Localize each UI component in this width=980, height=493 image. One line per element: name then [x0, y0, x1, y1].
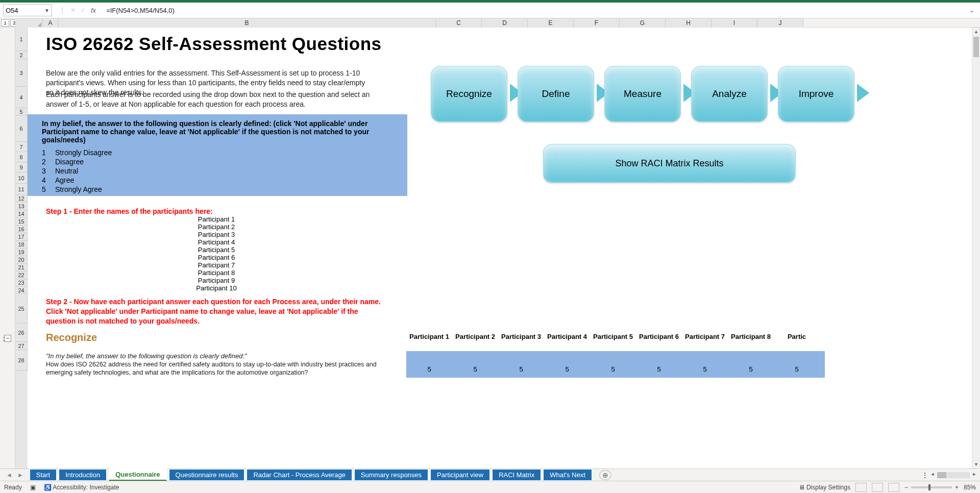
sheet-tab-start[interactable]: Start: [30, 469, 57, 481]
process-define-button[interactable]: Define: [518, 66, 594, 122]
participant-name[interactable]: Participant 10: [28, 284, 405, 292]
row-header-8[interactable]: 8: [15, 152, 28, 162]
macro-record-icon[interactable]: ▣: [30, 484, 36, 491]
vertical-scrollbar[interactable]: ▲ ▼: [972, 28, 980, 469]
row-header-22[interactable]: 22: [15, 272, 28, 279]
row-header-21[interactable]: 21: [15, 264, 28, 272]
row-header-25[interactable]: 25: [15, 294, 28, 324]
row-header-13[interactable]: 13: [15, 202, 28, 210]
sheet-tab-participant-view[interactable]: Participant view: [430, 469, 490, 481]
row-header-15[interactable]: 15: [15, 218, 28, 226]
col-header-i[interactable]: I: [712, 18, 757, 28]
zoom-slider[interactable]: − +: [904, 484, 959, 491]
row-header-19[interactable]: 19: [15, 249, 28, 256]
zoom-in-icon[interactable]: +: [955, 484, 959, 491]
sheet-tab-raci-matrix[interactable]: RACI Matrix: [492, 469, 541, 481]
sheet-tab-what-s-next[interactable]: What's Next: [543, 469, 592, 481]
row-header-20[interactable]: 20: [15, 256, 28, 264]
sheet-tab-questionnaire[interactable]: Questionnaire: [109, 469, 166, 481]
row-header-27[interactable]: 27: [15, 342, 28, 350]
answer-cell[interactable]: 5: [406, 365, 452, 373]
row-header-10[interactable]: 10: [15, 172, 28, 184]
participant-name[interactable]: Participant 5: [28, 246, 405, 254]
sheet-tab-radar-chart-process-average[interactable]: Radar Chart - Process Average: [247, 469, 352, 481]
display-settings-button[interactable]: 🖥 Display Settings: [799, 484, 850, 491]
horizontal-scrollbar[interactable]: ⋮ ◄ ►: [922, 471, 978, 479]
page-layout-button[interactable]: [872, 483, 883, 492]
normal-view-button[interactable]: [855, 483, 867, 492]
row-header-26[interactable]: 26: [15, 324, 28, 342]
page-break-button[interactable]: [888, 483, 899, 492]
formula-input[interactable]: =IF(N54>0,M54/N54,0): [103, 4, 964, 16]
accessibility-status[interactable]: ♿ Accessibility: Investigate: [44, 484, 119, 491]
row-header-11[interactable]: 11: [15, 184, 28, 195]
process-measure-button[interactable]: Measure: [604, 66, 681, 122]
tab-nav-arrows[interactable]: ◄►: [0, 472, 30, 479]
answer-cell[interactable]: 5: [544, 365, 590, 373]
participant-name[interactable]: Participant 4: [28, 238, 405, 246]
row-header-23[interactable]: 23: [15, 279, 28, 287]
participant-name[interactable]: Participant 1: [28, 215, 405, 223]
participant-name[interactable]: Participant 9: [28, 277, 405, 284]
col-header-b[interactable]: B: [58, 18, 436, 28]
chevron-down-icon[interactable]: ▼: [44, 8, 50, 13]
scroll-right-icon[interactable]: ►: [971, 472, 978, 479]
formula-expand-icon[interactable]: ⌄: [967, 7, 977, 14]
process-improve-button[interactable]: Improve: [778, 66, 854, 122]
row-header-4[interactable]: 4: [15, 87, 28, 108]
zoom-value[interactable]: 85%: [964, 484, 976, 491]
row-header-12[interactable]: 12: [15, 195, 28, 202]
zoom-thumb[interactable]: [928, 484, 930, 490]
row-header-24[interactable]: 24: [15, 287, 28, 294]
col-header-h[interactable]: H: [666, 18, 712, 28]
show-raci-button[interactable]: Show RACI Matrix Results: [543, 144, 796, 183]
answer-cell[interactable]: 5: [498, 365, 544, 373]
hscroll-dots-icon[interactable]: ⋮: [922, 472, 928, 479]
col-header-d[interactable]: D: [482, 18, 528, 28]
row-header-1[interactable]: 1: [15, 28, 28, 51]
participant-name[interactable]: Participant 6: [28, 254, 405, 261]
scroll-thumb[interactable]: [973, 37, 979, 57]
sheet-tab-questionnaire-results[interactable]: Questionnaire results: [169, 469, 245, 481]
name-box[interactable]: O54 ▼: [3, 4, 52, 16]
row-header-18[interactable]: 18: [15, 241, 28, 249]
row-header-7[interactable]: 7: [15, 142, 28, 152]
sheet-tab-introduction[interactable]: Introduction: [59, 469, 107, 481]
row-header-3[interactable]: 3: [15, 59, 28, 87]
zoom-out-icon[interactable]: −: [904, 484, 908, 491]
outline-level-1[interactable]: 1: [1, 19, 9, 27]
outline-collapse-icon[interactable]: −: [4, 335, 11, 342]
process-analyze-button[interactable]: Analyze: [691, 66, 768, 122]
participant-name[interactable]: Participant 3: [28, 231, 405, 238]
grid-body[interactable]: ISO 26262 Self-Assessment Questions Belo…: [28, 28, 980, 469]
answer-cell[interactable]: 5: [682, 365, 728, 373]
scroll-up-icon[interactable]: ▲: [972, 28, 980, 36]
row-header-17[interactable]: 17: [15, 233, 28, 241]
col-header-a[interactable]: A: [43, 18, 58, 28]
answer-cell[interactable]: 5: [636, 365, 682, 373]
col-header-j[interactable]: J: [757, 18, 803, 28]
answer-cell[interactable]: 5: [590, 365, 636, 373]
answer-cell[interactable]: 5: [452, 365, 498, 373]
row-header-14[interactable]: 14: [15, 210, 28, 218]
row-header-5[interactable]: 5: [15, 108, 28, 115]
col-header-g[interactable]: G: [620, 18, 666, 28]
row-header-2[interactable]: 2: [15, 51, 28, 59]
col-header-c[interactable]: C: [436, 18, 482, 28]
participant-name[interactable]: Participant 8: [28, 269, 405, 277]
scroll-left-icon[interactable]: ◄: [929, 472, 936, 479]
participant-name[interactable]: Participant 2: [28, 223, 405, 231]
row-header-16[interactable]: 16: [15, 226, 28, 233]
participant-name[interactable]: Participant 7: [28, 261, 405, 269]
col-header-f[interactable]: F: [574, 18, 620, 28]
hscroll-thumb[interactable]: [937, 472, 946, 478]
row-header-28[interactable]: 28: [15, 350, 28, 371]
row-header-9[interactable]: 9: [15, 162, 28, 172]
process-recognize-button[interactable]: Recognize: [431, 66, 507, 122]
row-header-6[interactable]: 6: [15, 115, 28, 142]
sheet-tab-summary-responses[interactable]: Summary responses: [354, 469, 428, 481]
scroll-down-icon[interactable]: ▼: [972, 460, 980, 469]
answer-cell[interactable]: 5: [774, 365, 820, 373]
select-all-triangle[interactable]: [15, 18, 43, 28]
fx-icon[interactable]: fx: [91, 7, 96, 14]
